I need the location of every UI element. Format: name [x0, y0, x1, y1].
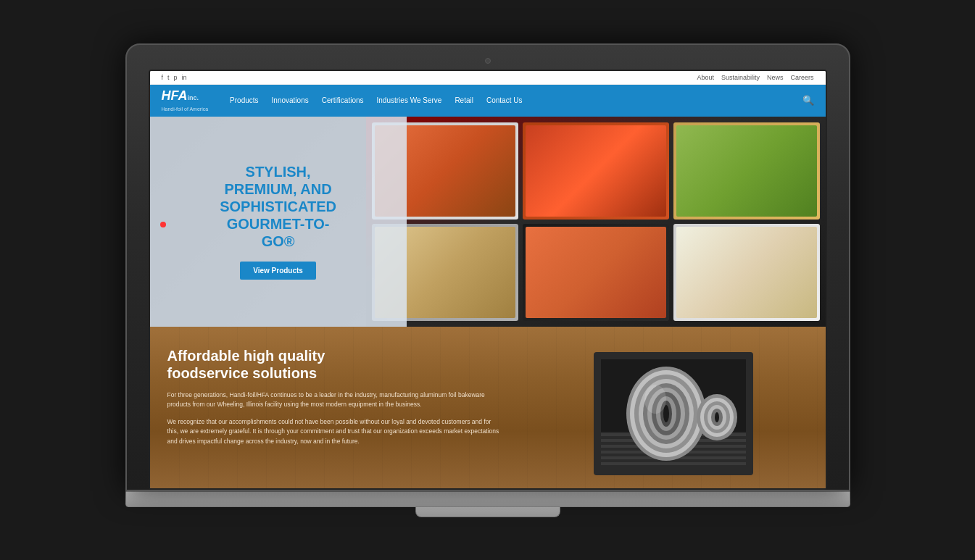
food-item-5	[523, 224, 669, 321]
info-title: Affordable high quality foodservice solu…	[167, 347, 505, 382]
hero-overlay: STYLISH, PREMIUM, AND SOPHISTICATED GOUR…	[150, 117, 407, 327]
food-scene	[366, 117, 826, 327]
info-section: Affordable high quality foodservice solu…	[150, 327, 826, 488]
laptop-camera	[485, 58, 491, 64]
food-item-6	[673, 224, 820, 321]
food-item-3	[673, 122, 820, 220]
info-image	[521, 327, 825, 488]
news-link[interactable]: News	[767, 74, 784, 81]
nav-products[interactable]: Products	[230, 93, 258, 107]
navbar: HFAinc. Handi-foil of America Products I…	[150, 85, 826, 117]
nav-contact[interactable]: Contact Us	[486, 93, 522, 107]
logo-text: HFAinc.	[162, 89, 209, 106]
linkedin-icon[interactable]: in	[182, 74, 187, 81]
laptop-base	[125, 491, 850, 507]
nav-certifications[interactable]: Certifications	[322, 93, 364, 107]
logo-area: HFAinc. Handi-foil of America	[162, 89, 209, 112]
slider-dot	[160, 222, 166, 227]
aluminum-coil-image	[594, 352, 753, 475]
laptop-screen-frame: f t p in About Sustainability News Caree…	[125, 43, 850, 491]
nav-links: Products Innovations Certifications Indu…	[230, 93, 813, 107]
laptop-screen: f t p in About Sustainability News Caree…	[149, 70, 827, 490]
view-products-button[interactable]: View Products	[240, 262, 316, 280]
coil-svg	[601, 359, 746, 468]
laptop-frame: f t p in About Sustainability News Caree…	[125, 43, 850, 517]
sustainability-link[interactable]: Sustainability	[721, 74, 760, 81]
careers-link[interactable]: Careers	[790, 74, 813, 81]
food-item-2	[523, 122, 669, 220]
nav-retail[interactable]: Retail	[455, 93, 473, 107]
hero-section: STYLISH, PREMIUM, AND SOPHISTICATED GOUR…	[150, 117, 826, 327]
social-links: f t p in	[162, 74, 187, 81]
facebook-icon[interactable]: f	[162, 74, 164, 81]
logo[interactable]: HFAinc. Handi-foil of America	[162, 89, 209, 112]
hero-food-image	[366, 117, 826, 327]
laptop-stand	[415, 507, 560, 517]
svg-point-18	[644, 385, 666, 414]
svg-rect-7	[601, 462, 746, 465]
twitter-icon[interactable]: t	[167, 74, 170, 81]
pinterest-icon[interactable]: p	[174, 74, 178, 81]
top-bar: f t p in About Sustainability News Caree…	[150, 71, 826, 85]
top-nav-links: About Sustainability News Careers	[697, 74, 813, 81]
website: f t p in About Sustainability News Caree…	[150, 71, 826, 488]
info-content: Affordable high quality foodservice solu…	[150, 327, 522, 488]
nav-innovations[interactable]: Innovations	[272, 93, 309, 107]
about-link[interactable]: About	[697, 74, 714, 81]
svg-point-24	[715, 412, 719, 422]
info-body-2: We recognize that our accomplishments co…	[167, 417, 505, 447]
hero-title: STYLISH, PREMIUM, AND SOPHISTICATED GOUR…	[220, 163, 336, 250]
info-body-1: For three generations, Handi-foil/HFA co…	[167, 390, 505, 410]
nav-industries[interactable]: Industries We Serve	[377, 93, 442, 107]
logo-sub: Handi-foil of America	[162, 106, 209, 112]
search-icon[interactable]: 🔍	[802, 95, 814, 106]
